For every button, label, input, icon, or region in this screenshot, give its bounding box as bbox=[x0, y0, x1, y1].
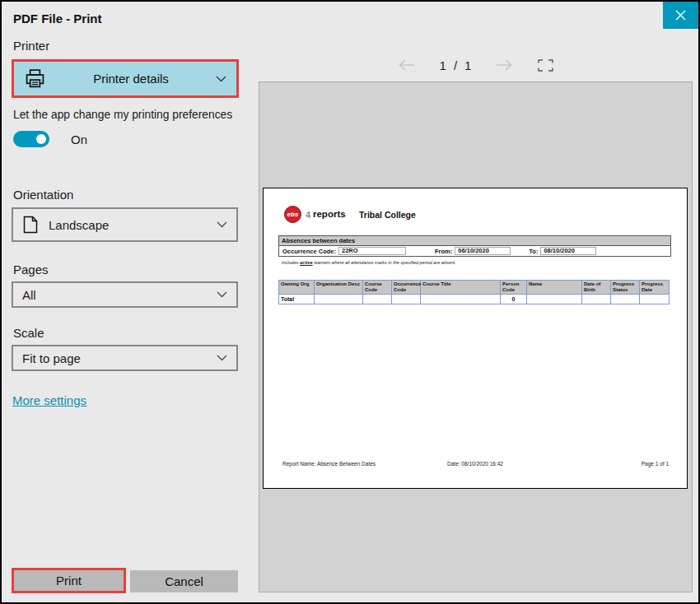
pages-dropdown[interactable]: All bbox=[12, 281, 238, 308]
printer-label: Printer bbox=[13, 39, 49, 53]
printer-icon bbox=[24, 67, 46, 90]
preview-viewport[interactable]: ebs 4 reports Tribal College Absences be… bbox=[259, 81, 693, 592]
to-label: To: bbox=[529, 248, 538, 255]
chevron-down-icon bbox=[217, 355, 227, 361]
column-header: Person Code bbox=[501, 281, 527, 295]
close-button[interactable] bbox=[663, 2, 698, 29]
table-header-row: Owning Org Organisation Desc Course Code… bbox=[279, 281, 670, 295]
cancel-button[interactable]: Cancel bbox=[130, 570, 238, 592]
total-label-cell: Total bbox=[279, 295, 315, 304]
organisation-name: Tribal College bbox=[359, 210, 416, 220]
ebs-logo: ebs bbox=[284, 206, 301, 223]
arrow-left-icon bbox=[398, 58, 415, 72]
occurrence-code-label: Occurrence Code: bbox=[282, 248, 336, 255]
printer-details-label: Printer details bbox=[46, 72, 216, 86]
ebs-logo-text: ebs bbox=[287, 211, 299, 218]
orientation-label: Orientation bbox=[13, 188, 73, 202]
chevron-down-icon bbox=[217, 221, 227, 228]
column-header: Organisation Desc bbox=[315, 281, 363, 295]
orientation-value: Landscape bbox=[49, 218, 109, 232]
report-page-number: Page 1 of 1 bbox=[642, 461, 669, 467]
column-header: Course Title bbox=[421, 281, 501, 295]
toggle-knob bbox=[36, 134, 46, 144]
preferences-toggle[interactable] bbox=[13, 131, 49, 147]
logo-four: 4 bbox=[306, 210, 310, 220]
printer-details-button[interactable]: Printer details bbox=[12, 59, 239, 98]
column-header: Owning Org bbox=[279, 281, 315, 295]
scale-label: Scale bbox=[13, 326, 44, 340]
page-indicator: 1 / 1 bbox=[440, 58, 472, 72]
column-header: Occurrence Code bbox=[392, 281, 421, 295]
column-header: Name bbox=[527, 281, 582, 295]
report-parameters: Occurrence Code: 22RO From: 06/10/2020 T… bbox=[278, 245, 671, 257]
orientation-dropdown[interactable]: Landscape bbox=[12, 207, 238, 242]
logo-reports: reports bbox=[313, 209, 346, 219]
next-page-button[interactable] bbox=[496, 58, 513, 72]
scale-dropdown[interactable]: Fit to page bbox=[12, 345, 238, 371]
fit-to-window-icon bbox=[538, 59, 553, 72]
chevron-down-icon bbox=[217, 291, 227, 298]
preferences-label: Let the app change my printing preferenc… bbox=[13, 109, 232, 121]
dialog-title: PDF File - Print bbox=[13, 12, 102, 26]
toggle-state-label: On bbox=[71, 132, 87, 146]
preview-pagination: 1 / 1 bbox=[259, 53, 693, 77]
page-separator: / bbox=[454, 58, 457, 72]
column-header: Progress Date bbox=[640, 281, 670, 295]
report-date: Date: 08/10/2020 16:42 bbox=[264, 461, 687, 467]
pages-value: All bbox=[22, 288, 36, 302]
more-settings-link[interactable]: More settings bbox=[12, 393, 86, 407]
chevron-down-icon bbox=[216, 76, 226, 82]
report-table: Owning Org Organisation Desc Course Code… bbox=[278, 280, 670, 304]
arrow-right-icon bbox=[496, 58, 513, 72]
fit-to-window-button[interactable] bbox=[538, 59, 553, 72]
table-total-row: Total 0 bbox=[279, 295, 670, 304]
print-dialog: PDF File - Print Printer Printer details… bbox=[0, 0, 700, 604]
column-header: Progress Status bbox=[611, 281, 640, 295]
to-value: 08/10/2020 bbox=[540, 247, 596, 255]
occurrence-code-value: 22RO bbox=[338, 247, 406, 255]
total-pages: 1 bbox=[464, 58, 471, 72]
total-value-cell: 0 bbox=[501, 295, 527, 304]
landscape-page-icon bbox=[22, 215, 39, 235]
report-note: Includes active learners where all atten… bbox=[282, 260, 456, 265]
preferences-toggle-row: On bbox=[13, 131, 87, 147]
from-label: From: bbox=[435, 248, 452, 255]
column-header: Course Code bbox=[363, 281, 392, 295]
print-button[interactable]: Print bbox=[12, 568, 126, 593]
preview-page: ebs 4 reports Tribal College Absences be… bbox=[263, 188, 688, 489]
from-value: 06/10/2020 bbox=[455, 247, 511, 255]
previous-page-button[interactable] bbox=[398, 58, 415, 72]
scale-value: Fit to page bbox=[22, 351, 81, 365]
column-header: Date of Birth bbox=[582, 281, 611, 295]
close-icon bbox=[675, 10, 686, 21]
current-page: 1 bbox=[440, 58, 446, 72]
pages-label: Pages bbox=[13, 263, 49, 276]
